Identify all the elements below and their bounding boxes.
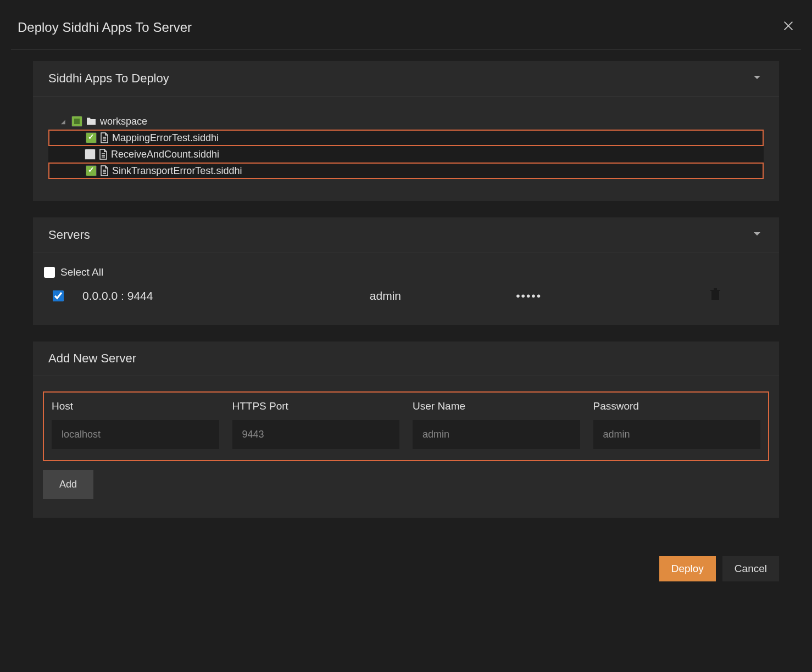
username-input[interactable] [413, 420, 580, 449]
folder-checkbox[interactable] [71, 116, 82, 127]
username-group: User Name [413, 400, 580, 449]
servers-panel: Servers Select All 0.0.0.0 : 9444 admin … [33, 217, 779, 325]
servers-collapse-toggle[interactable] [750, 227, 764, 243]
password-label: Password [593, 400, 761, 412]
server-checkbox[interactable] [53, 290, 64, 301]
server-user: admin [370, 289, 510, 303]
port-input[interactable] [232, 420, 400, 449]
dialog-body: Siddhi Apps To Deploy ◢ workspace [11, 50, 801, 545]
add-server-content: Host HTTPS Port User Name Password Add [33, 376, 779, 518]
close-button[interactable] [780, 18, 797, 37]
tree-file-row[interactable]: SinkTransportErrorTest.siddhi [48, 163, 764, 179]
chevron-down-icon [750, 227, 764, 240]
server-password: ••••• [516, 289, 657, 303]
servers-panel-header[interactable]: Servers [33, 217, 779, 253]
file-label: MappingErrorTest.siddhi [112, 132, 219, 144]
folder-label: workspace [100, 116, 147, 127]
select-all-checkbox[interactable] [44, 267, 55, 278]
add-server-panel-header: Add New Server [33, 341, 779, 376]
host-group: Host [52, 400, 219, 449]
delete-server-button[interactable] [710, 288, 720, 303]
apps-panel-header[interactable]: Siddhi Apps To Deploy [33, 61, 779, 97]
port-label: HTTPS Port [232, 400, 400, 412]
password-group: Password [593, 400, 761, 449]
dialog-title: Deploy Siddhi Apps To Server [18, 20, 192, 35]
apps-panel-content: ◢ workspace MappingErrorTest.siddhi [33, 97, 779, 201]
apps-panel-title: Siddhi Apps To Deploy [48, 71, 169, 86]
folder-icon [86, 117, 97, 126]
trash-icon [710, 288, 720, 300]
password-input[interactable] [593, 420, 761, 449]
tree-file-row[interactable]: ReceiveAndCount.siddhi [48, 146, 764, 163]
add-server-panel: Add New Server Host HTTPS Port User Name… [33, 341, 779, 518]
server-row: 0.0.0.0 : 9444 admin ••••• [44, 288, 768, 303]
apps-panel: Siddhi Apps To Deploy ◢ workspace [33, 61, 779, 201]
servers-panel-title: Servers [48, 228, 90, 242]
servers-panel-content: Select All 0.0.0.0 : 9444 admin ••••• [33, 253, 779, 325]
server-actions [663, 288, 768, 303]
tree-expand-icon[interactable]: ◢ [60, 119, 66, 124]
file-checkbox[interactable] [86, 132, 97, 143]
file-checkbox[interactable] [86, 165, 97, 176]
add-server-panel-title: Add New Server [48, 351, 136, 366]
username-label: User Name [413, 400, 580, 412]
dialog-header: Deploy Siddhi Apps To Server [11, 11, 801, 50]
apps-collapse-toggle[interactable] [750, 71, 764, 86]
deploy-button[interactable]: Deploy [659, 556, 716, 581]
host-input[interactable] [52, 420, 219, 449]
file-checkbox[interactable] [85, 149, 96, 160]
file-icon [100, 165, 109, 176]
file-icon [99, 149, 108, 160]
file-label: SinkTransportErrorTest.siddhi [112, 165, 242, 177]
dialog-footer: Deploy Cancel [11, 545, 801, 592]
chevron-down-icon [750, 71, 764, 84]
host-label: Host [52, 400, 219, 412]
file-tree: ◢ workspace MappingErrorTest.siddhi [48, 113, 764, 179]
cancel-button[interactable]: Cancel [722, 556, 779, 581]
tree-file-row[interactable]: MappingErrorTest.siddhi [48, 130, 764, 146]
add-server-form: Host HTTPS Port User Name Password [43, 391, 769, 461]
select-all-row: Select All [44, 266, 768, 278]
tree-root-row[interactable]: ◢ workspace [48, 113, 764, 130]
file-label: ReceiveAndCount.siddhi [111, 149, 219, 160]
file-icon [100, 132, 109, 143]
server-host: 0.0.0.0 : 9444 [82, 289, 364, 303]
select-all-label: Select All [60, 266, 103, 278]
close-icon [782, 20, 794, 32]
add-server-button[interactable]: Add [43, 470, 93, 499]
port-group: HTTPS Port [232, 400, 400, 449]
